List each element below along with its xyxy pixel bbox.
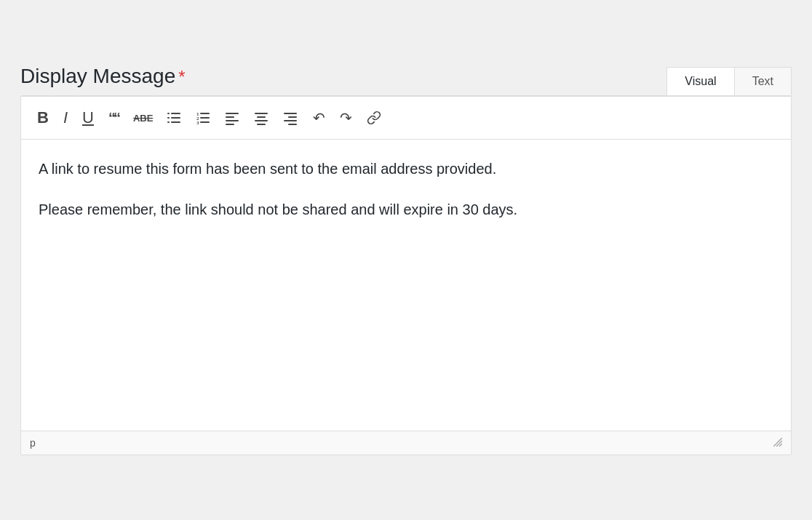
align-left-icon: [226, 111, 240, 125]
svg-rect-2: [167, 117, 170, 119]
svg-rect-5: [171, 121, 180, 123]
required-indicator: *: [178, 68, 185, 86]
editor-content-area[interactable]: A link to resume this form has been sent…: [21, 140, 791, 431]
svg-rect-4: [167, 121, 170, 123]
svg-rect-7: [200, 113, 210, 114]
editor-container: Display Message * Visual Text B I U ““ A…: [20, 65, 792, 455]
svg-text:3: 3: [196, 120, 199, 125]
link-icon: [367, 111, 381, 125]
unordered-list-icon: [167, 111, 182, 125]
blockquote-button[interactable]: ““: [104, 108, 123, 128]
field-label-row: Display Message *: [20, 65, 186, 95]
underline-button[interactable]: U: [78, 107, 98, 129]
svg-rect-23: [288, 124, 297, 125]
align-left-button[interactable]: [221, 108, 244, 128]
ordered-list-button[interactable]: 1 2 3: [192, 108, 215, 128]
resize-icon: [773, 438, 782, 447]
svg-line-25: [779, 444, 782, 447]
svg-rect-15: [226, 124, 234, 125]
editor-footer: p: [21, 431, 791, 455]
svg-rect-11: [200, 121, 210, 123]
tab-group: Visual Text: [666, 67, 792, 95]
field-label: Display Message: [20, 65, 175, 88]
redo-button[interactable]: ↷: [335, 108, 357, 128]
content-paragraph-2: Please remember, the link should not be …: [39, 198, 773, 221]
tab-text[interactable]: Text: [734, 68, 791, 95]
svg-rect-19: [257, 124, 266, 125]
link-button[interactable]: [362, 108, 386, 128]
tab-visual[interactable]: Visual: [667, 68, 733, 95]
svg-rect-1: [171, 113, 180, 114]
svg-rect-9: [200, 117, 210, 119]
strikethrough-button[interactable]: ABE: [129, 111, 157, 126]
svg-line-24: [776, 441, 782, 447]
svg-rect-22: [284, 120, 297, 121]
svg-rect-21: [288, 116, 297, 118]
align-right-button[interactable]: [279, 108, 303, 128]
svg-rect-3: [171, 117, 180, 119]
top-row: Display Message * Visual Text: [20, 65, 792, 95]
align-right-icon: [284, 111, 298, 125]
unordered-list-button[interactable]: [163, 108, 186, 128]
svg-rect-18: [255, 120, 268, 121]
italic-button[interactable]: I: [59, 107, 72, 129]
content-paragraph-1: A link to resume this form has been sent…: [39, 157, 773, 180]
align-center-icon: [255, 111, 269, 125]
ordered-list-icon: 1 2 3: [196, 111, 211, 125]
rich-text-editor: B I U ““ ABE: [20, 95, 792, 455]
svg-rect-17: [257, 116, 266, 118]
align-center-button[interactable]: [250, 108, 274, 128]
undo-button[interactable]: ↶: [309, 108, 330, 128]
svg-rect-0: [167, 113, 170, 114]
resize-handle[interactable]: [773, 437, 782, 449]
bold-button[interactable]: B: [33, 107, 53, 129]
svg-rect-20: [284, 113, 297, 114]
toolbar: B I U ““ ABE: [21, 96, 791, 140]
svg-rect-16: [255, 113, 268, 114]
svg-rect-13: [226, 116, 234, 118]
current-tag: p: [30, 437, 36, 449]
svg-rect-14: [226, 120, 239, 121]
svg-rect-12: [226, 113, 239, 114]
